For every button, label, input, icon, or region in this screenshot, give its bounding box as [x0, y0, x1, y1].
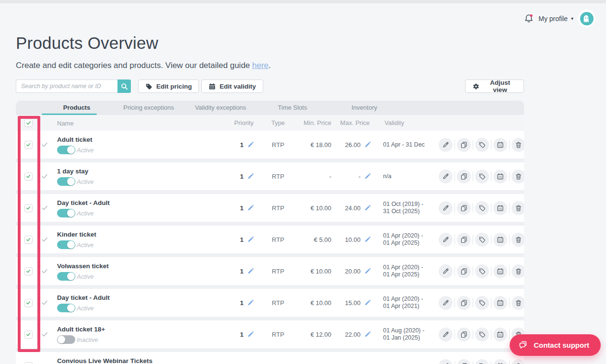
- delete-product-button[interactable]: [512, 170, 524, 183]
- row-checkbox[interactable]: [24, 362, 33, 364]
- delete-product-button[interactable]: [512, 233, 524, 247]
- row-checkbox[interactable]: [24, 236, 33, 244]
- validity-calendar-button[interactable]: [493, 359, 507, 364]
- edit-priority-pencil-icon[interactable]: [247, 298, 254, 307]
- delete-product-button[interactable]: [512, 138, 524, 152]
- edit-priority-pencil-icon[interactable]: [247, 235, 254, 244]
- contact-support-button[interactable]: Contact support: [510, 334, 601, 356]
- active-toggle[interactable]: [57, 240, 75, 249]
- edit-max-price-pencil-icon[interactable]: [364, 172, 371, 180]
- row-checkbox[interactable]: [24, 141, 33, 149]
- avatar[interactable]: [578, 10, 595, 27]
- validity-calendar-button[interactable]: [493, 138, 507, 152]
- tab-inventory[interactable]: Inventory: [328, 101, 400, 115]
- edit-priority-pencil-icon[interactable]: [247, 172, 254, 181]
- validity-line1: 01 Oct (2019) -: [383, 201, 438, 208]
- active-toggle[interactable]: [57, 272, 75, 281]
- pricing-tag-button[interactable]: [475, 328, 489, 341]
- duplicate-product-button[interactable]: [457, 138, 471, 152]
- duplicate-product-button[interactable]: [457, 264, 471, 278]
- edit-product-button[interactable]: [439, 170, 453, 183]
- duplicate-product-button[interactable]: [457, 359, 471, 364]
- product-name: Day ticket - Adult: [57, 294, 225, 301]
- pricing-tag-button[interactable]: [475, 233, 489, 247]
- edit-pricing-button[interactable]: Edit pricing: [138, 80, 199, 93]
- pricing-tag-button[interactable]: [475, 296, 489, 310]
- validity-calendar-button[interactable]: [493, 296, 507, 310]
- delete-product-button[interactable]: [512, 201, 524, 215]
- edit-max-price-pencil-icon[interactable]: [364, 236, 371, 243]
- edit-max-price-pencil-icon[interactable]: [364, 267, 371, 275]
- calendar-icon: [497, 141, 504, 148]
- pricing-tag-button[interactable]: [475, 138, 489, 152]
- validity-dates: 01 Apr (2020) - 01 Apr (2025): [373, 232, 438, 247]
- trash-icon: [515, 205, 522, 212]
- edit-max-price-pencil-icon[interactable]: [364, 204, 371, 212]
- edit-product-button[interactable]: [439, 328, 453, 341]
- search-input[interactable]: [16, 80, 117, 93]
- duplicate-product-button[interactable]: [457, 328, 471, 341]
- calendar-icon: [497, 205, 504, 212]
- duplicate-product-button[interactable]: [457, 296, 471, 310]
- edit-product-button[interactable]: [439, 264, 453, 278]
- edit-max-price-pencil-icon[interactable]: [364, 330, 371, 338]
- pricing-tag-button[interactable]: [475, 359, 489, 364]
- pricing-tag-button[interactable]: [475, 170, 489, 183]
- edit-priority-pencil-icon[interactable]: [247, 204, 254, 212]
- edit-max-price-pencil-icon[interactable]: [364, 141, 371, 148]
- profile-menu-label[interactable]: My profile: [538, 15, 568, 23]
- active-toggle[interactable]: [57, 304, 75, 312]
- validity-calendar-button[interactable]: [493, 170, 507, 183]
- edit-product-button[interactable]: [439, 138, 453, 152]
- select-all-checkbox[interactable]: [24, 119, 33, 127]
- validity-calendar-button[interactable]: [493, 328, 507, 341]
- duplicate-product-button[interactable]: [457, 233, 471, 247]
- edit-validity-button[interactable]: Edit validity: [201, 80, 263, 93]
- row-checkbox[interactable]: [24, 330, 33, 339]
- row-checkbox[interactable]: [24, 204, 33, 212]
- tab-time-slots[interactable]: Time Slots: [256, 101, 328, 115]
- page-subtitle: Create and edit categories and products.…: [16, 61, 271, 70]
- active-toggle[interactable]: [57, 177, 75, 186]
- validity-calendar-button[interactable]: [493, 233, 507, 247]
- active-toggle[interactable]: [57, 335, 75, 344]
- edit-max-price-pencil-icon[interactable]: [364, 299, 371, 307]
- active-toggle[interactable]: [57, 209, 75, 217]
- action-divider: [509, 235, 510, 244]
- duplicate-product-button[interactable]: [457, 170, 471, 183]
- edit-product-button[interactable]: [439, 359, 453, 364]
- adjust-view-button[interactable]: Adjust view: [465, 80, 524, 93]
- delete-product-button[interactable]: [512, 359, 524, 364]
- duplicate-product-button[interactable]: [457, 201, 471, 215]
- edit-priority-pencil-icon[interactable]: [247, 267, 254, 275]
- product-name: Kinder ticket: [57, 231, 225, 238]
- row-check-icon: [41, 268, 48, 274]
- edit-product-button[interactable]: [439, 201, 453, 215]
- validity-calendar-button[interactable]: [493, 201, 507, 215]
- tab-products[interactable]: Products: [41, 101, 113, 115]
- edit-priority-pencil-icon[interactable]: [247, 330, 254, 339]
- tab-pricing-exceptions[interactable]: Pricing exceptions: [113, 101, 185, 115]
- delete-product-button[interactable]: [512, 264, 524, 278]
- validity-dates: 01 Apr (2020) - 01 Apr (2025): [373, 264, 438, 278]
- min-price: € 10.00: [301, 299, 331, 307]
- row-checkbox[interactable]: [24, 267, 33, 275]
- max-price: 15.00: [345, 299, 361, 307]
- validity-calendar-button[interactable]: [493, 264, 507, 278]
- notification-bell-icon[interactable]: [524, 13, 534, 24]
- edit-product-button[interactable]: [439, 233, 453, 247]
- profile-caret-icon[interactable]: ▾: [571, 16, 573, 21]
- tab-validity-exceptions[interactable]: Validity exceptions: [185, 101, 256, 115]
- pricing-tag-button[interactable]: [475, 201, 489, 215]
- action-divider: [509, 298, 510, 307]
- edit-priority-pencil-icon[interactable]: [247, 140, 254, 149]
- active-toggle[interactable]: [57, 146, 75, 154]
- product-name: Day ticket - Adult: [57, 199, 225, 206]
- guide-link[interactable]: here: [252, 61, 268, 70]
- row-checkbox[interactable]: [24, 299, 33, 307]
- delete-product-button[interactable]: [512, 296, 524, 310]
- edit-product-button[interactable]: [439, 296, 453, 310]
- pricing-tag-button[interactable]: [475, 264, 489, 278]
- row-checkbox[interactable]: [24, 172, 33, 181]
- search-button[interactable]: [117, 80, 131, 93]
